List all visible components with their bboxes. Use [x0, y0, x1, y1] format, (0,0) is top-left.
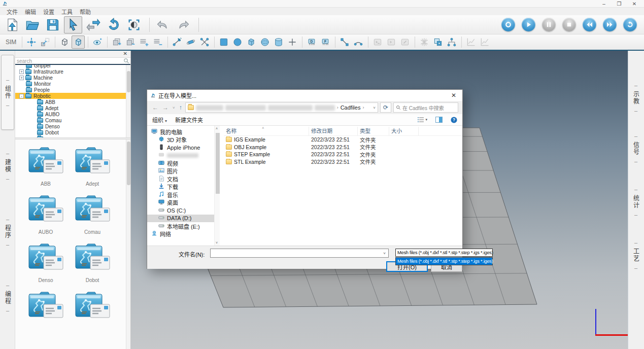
create-line-button[interactable] — [338, 36, 351, 49]
select-tool-button[interactable] — [64, 16, 82, 33]
duplicate-add-button[interactable] — [110, 36, 123, 49]
nav-item-osc[interactable]: OS (C:) — [147, 206, 214, 215]
layers-button[interactable] — [431, 36, 445, 49]
reset-simulation-button[interactable] — [623, 18, 637, 31]
menu-4[interactable]: 工具 — [58, 7, 76, 16]
visibility-button[interactable] — [91, 36, 104, 49]
tool-frame-1-button[interactable] — [171, 36, 184, 49]
column-header-修改日期[interactable]: 修改日期 — [309, 127, 358, 135]
tree-item-denso[interactable]: Denso — [15, 123, 130, 129]
nav-item-appleiphone[interactable]: Apple iPhone — [147, 144, 214, 152]
menu-3[interactable]: 设置 — [40, 7, 58, 16]
expand-icon[interactable]: + — [19, 76, 24, 80]
terminal-2-button[interactable] — [385, 36, 398, 49]
pause-button[interactable] — [542, 18, 556, 31]
create-circle-button[interactable] — [231, 36, 244, 49]
create-point-button[interactable] — [286, 36, 299, 49]
close-button[interactable]: ✕ — [627, 1, 642, 7]
file-row-step-example[interactable]: STEP Example2022/3/23 22:51文件夹 — [224, 151, 462, 158]
list-add-button[interactable] — [138, 36, 151, 49]
organize-button[interactable]: 组织 ▾ — [152, 116, 167, 124]
undo-button[interactable] — [154, 16, 172, 33]
tree-item-abb[interactable]: ABB — [15, 99, 130, 105]
up-button[interactable]: ↑ — [178, 104, 183, 111]
tree-item[interactable] — [15, 135, 130, 137]
preview-pane-button[interactable] — [435, 117, 443, 123]
minimize-button[interactable]: – — [596, 1, 612, 7]
menu-5[interactable]: 帮助 — [76, 7, 94, 16]
nav-item-datad[interactable]: DATA (D:) — [147, 215, 214, 223]
component-folder[interactable] — [22, 289, 69, 326]
collision-check-button[interactable] — [418, 36, 431, 49]
view-mode-button[interactable]: ▾ — [417, 117, 427, 123]
new-model-button[interactable] — [3, 16, 21, 33]
nav-item-音乐[interactable]: 音乐 — [147, 191, 214, 199]
tree-item-people[interactable]: People — [15, 87, 130, 93]
jog-mode-button[interactable] — [25, 36, 38, 49]
tab-process[interactable]: –工艺– — [629, 223, 642, 287]
filetype-filter-combobox[interactable]: Mesh files (*.obj *.dxf *.stl *.stp *.st… — [395, 249, 493, 257]
tab-programming[interactable]: –编程– — [1, 268, 14, 328]
nav-item-视频[interactable]: 视频 — [147, 159, 214, 167]
grid-scrollbar[interactable] — [126, 139, 130, 349]
tree-item-infrastructure[interactable]: +Infrastructure — [15, 68, 130, 75]
component-folder-denso[interactable]: Denso — [22, 241, 69, 283]
nav-item-redacted[interactable] — [147, 152, 214, 160]
dialog-close-button[interactable]: ✕ — [445, 90, 462, 101]
file-row-stl-example[interactable]: STL Example2022/3/23 22:51文件夹 — [224, 158, 462, 166]
component-folder-aubo[interactable]: AUBO — [22, 193, 69, 235]
component-folder-dobot[interactable]: Dobot — [69, 241, 116, 283]
tree-item-monitor[interactable]: Monitor — [15, 81, 130, 87]
tree-item-comau[interactable]: Comau — [15, 117, 130, 123]
scroll-up-icon[interactable]: ˄ — [216, 127, 218, 130]
nav-item-图片[interactable]: 图片 — [147, 167, 214, 176]
tab-program[interactable]: –程序– — [1, 202, 14, 262]
tree-item-dobot[interactable]: Dobot — [15, 129, 130, 135]
forward-button[interactable]: → — [161, 104, 170, 111]
terminal-1-button[interactable] — [371, 36, 384, 49]
tool-frame-2-button[interactable] — [184, 36, 197, 49]
stop-button[interactable] — [562, 18, 576, 31]
align-snap-button[interactable] — [39, 36, 52, 49]
panel-close-icon[interactable]: ✕ — [122, 51, 129, 56]
nav-item-3d对象[interactable]: 3D 对象 — [147, 136, 214, 144]
nav-item-文档[interactable]: 文档 — [147, 175, 214, 183]
expand-icon[interactable]: + — [19, 69, 24, 74]
rotate-tool-button[interactable] — [105, 16, 123, 33]
tree-item-gripper[interactable]: Gripper — [15, 65, 130, 68]
create-cylinder-button[interactable] — [272, 36, 285, 49]
list-remove-button[interactable] — [151, 36, 164, 49]
nav-scrollbar[interactable]: ˄˅ — [214, 126, 220, 246]
nav-item-我的电脑[interactable]: 我的电脑 — [147, 128, 214, 136]
search-input[interactable] — [15, 58, 123, 64]
column-header-类型[interactable]: 类型 — [358, 127, 389, 135]
nav-item-桌面[interactable]: 桌面 — [147, 199, 214, 207]
tree-item-adept[interactable]: Adept — [15, 105, 130, 111]
chart-1-button[interactable] — [464, 36, 478, 49]
filter-option-selected[interactable]: Mesh files (*.obj *.dxf *.stl *.stp *.st… — [396, 258, 492, 265]
create-arc-button[interactable] — [352, 36, 365, 49]
chevron-down-icon[interactable]: ˅ — [373, 106, 376, 110]
terminal-3-button[interactable] — [398, 36, 412, 49]
tab-components[interactable]: –组件– — [1, 55, 14, 130]
fit-view-button[interactable] — [125, 16, 143, 33]
create-plane-button[interactable] — [217, 36, 230, 49]
breadcrumb[interactable]: ›Cadfiles›˅ — [185, 102, 378, 113]
help-button[interactable]: ? — [451, 117, 457, 123]
wireframe-view-button[interactable] — [58, 36, 71, 49]
redo-button[interactable] — [174, 16, 192, 33]
recent-locations-icon[interactable]: ˅ — [172, 106, 176, 110]
duplicate-remove-button[interactable] — [124, 36, 137, 49]
play-button[interactable] — [522, 18, 535, 31]
hierarchy-button[interactable] — [445, 36, 458, 49]
tree-item-machine[interactable]: +Machine — [15, 75, 130, 81]
refresh-button[interactable]: ⟳ — [380, 102, 391, 113]
menu-2[interactable]: 编辑 — [21, 7, 40, 16]
nav-item-下载[interactable]: 下载 — [147, 183, 214, 191]
tree-item-aubo[interactable]: AUBO — [15, 111, 130, 117]
maximize-button[interactable]: ❐ — [612, 1, 627, 7]
column-header-名称[interactable]: ˄名称 — [224, 127, 309, 135]
chart-2-button[interactable] — [478, 36, 491, 49]
rewind-button[interactable] — [583, 18, 596, 31]
component-folder-comau[interactable]: Comau — [69, 193, 116, 235]
